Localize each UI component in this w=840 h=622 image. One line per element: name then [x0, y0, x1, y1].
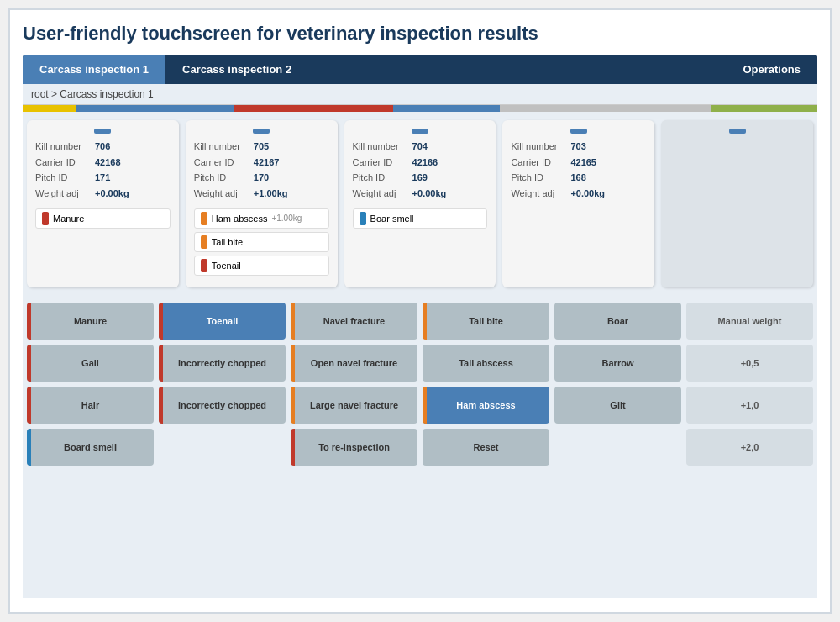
color-bar-red: [234, 105, 393, 112]
btn-tail-bite[interactable]: Tail bite: [423, 303, 549, 340]
breadcrumb: root > Carcass inspection 1: [23, 84, 817, 105]
bar-red-manure: [27, 303, 31, 340]
carcass-card-2[interactable]: Kill number705 Carrier ID42167 Pitch ID1…: [186, 120, 338, 287]
badge-manure: Manure: [35, 208, 171, 229]
bar-red-hair: [27, 387, 31, 424]
cards-area: Kill number706 Carrier ID42168 Pitch ID1…: [23, 112, 817, 296]
button-grid: Manure Toenail Navel fracture Tail bite …: [27, 303, 813, 466]
carcass-card-3[interactable]: Kill number704 Carrier ID42166 Pitch ID1…: [344, 120, 496, 287]
card-info-3: Kill number704 Carrier ID42166 Pitch ID1…: [353, 139, 488, 202]
buttons-area: Manure Toenail Navel fracture Tail bite …: [23, 296, 817, 598]
btn-incorrectly-chopped-2[interactable]: Incorrectly chopped: [159, 387, 286, 424]
btn-incorrectly-chopped-1[interactable]: Incorrectly chopped: [159, 345, 286, 382]
btn-tail-abscess[interactable]: Tail abscess: [423, 345, 549, 382]
card-top-bar: [94, 129, 111, 134]
bar-red-gall: [27, 345, 31, 382]
btn-ham-abscess[interactable]: Ham abscess: [423, 387, 549, 424]
btn-large-navel-fracture[interactable]: Large navel fracture: [291, 387, 417, 424]
btn-board-smell[interactable]: Board smell: [27, 429, 154, 466]
badge-dot-orange: [201, 212, 207, 225]
badge-dot-red2: [201, 259, 207, 272]
btn-empty-2: [554, 429, 681, 466]
btn-hair[interactable]: Hair: [27, 387, 154, 424]
bar-red-reinspect: [291, 429, 295, 466]
bar-orange-large-navel: [291, 387, 295, 424]
tab-carcass1[interactable]: Carcass inspection 1: [23, 55, 165, 84]
color-bar: [23, 105, 817, 112]
btn-gilt[interactable]: Gilt: [554, 387, 681, 424]
bar-blue-board-smell: [27, 429, 31, 466]
badge-tail-bite: Tail bite: [194, 232, 329, 252]
badge-ham-abscess: Ham abscess +1.00kg: [194, 208, 329, 229]
badge-dot-blue: [360, 212, 366, 225]
color-bar-blue2: [393, 105, 499, 112]
carcass-card-5: [661, 120, 813, 287]
badge-toenail: Toenail: [194, 256, 329, 276]
tab-operations[interactable]: Operations: [726, 55, 817, 84]
badge-dot-red: [42, 212, 49, 225]
bar-orange-open-navel: [291, 345, 295, 382]
btn-navel-fracture[interactable]: Navel fracture: [291, 303, 417, 340]
card-top-bar-2: [253, 129, 270, 134]
carcass-card-1[interactable]: Kill number706 Carrier ID42168 Pitch ID1…: [27, 120, 179, 287]
color-bar-gray: [500, 105, 711, 112]
btn-manual-weight[interactable]: Manual weight: [686, 303, 813, 340]
btn-plus05[interactable]: +0,5: [686, 345, 813, 382]
btn-gall[interactable]: Gall: [27, 345, 154, 382]
btn-barrow[interactable]: Barrow: [554, 345, 681, 382]
tab-carcass2[interactable]: Carcass inspection 2: [165, 55, 308, 84]
card-info-2: Kill number705 Carrier ID42167 Pitch ID1…: [194, 139, 329, 202]
bar-orange-ham: [423, 387, 427, 424]
badge-boar-smell: Boar smell: [353, 208, 488, 229]
bar-red-toenail: [159, 303, 163, 340]
bar-red-chopped2: [159, 387, 163, 424]
btn-to-reinspection[interactable]: To re-inspection: [291, 429, 417, 466]
card-info-1: Kill number706 Carrier ID42168 Pitch ID1…: [35, 139, 171, 202]
btn-plus10[interactable]: +1,0: [686, 387, 813, 424]
color-bar-green: [711, 105, 817, 112]
btn-reset[interactable]: Reset: [423, 429, 549, 466]
btn-boar[interactable]: Boar: [554, 303, 681, 340]
btn-plus20[interactable]: +2,0: [686, 429, 813, 466]
card-top-bar-5: [729, 129, 746, 134]
btn-open-navel-fracture[interactable]: Open navel fracture: [291, 345, 417, 382]
carcass-card-4[interactable]: Kill number703 Carrier ID42165 Pitch ID1…: [502, 120, 654, 287]
badge-dot-orange2: [201, 235, 207, 249]
card-top-bar-4: [570, 129, 587, 134]
bar-red-chopped1: [159, 345, 163, 382]
card-top-bar-3: [412, 129, 428, 134]
btn-manure[interactable]: Manure: [27, 303, 154, 340]
tabs-bar: Carcass inspection 1 Carcass inspection …: [23, 55, 817, 84]
bar-orange-navel: [291, 303, 295, 340]
color-bar-yellow: [23, 105, 76, 112]
btn-empty-1: [159, 429, 286, 466]
page-title: User-friendly touchscreen for veterinary…: [23, 23, 817, 45]
color-bar-blue1: [76, 105, 234, 112]
bar-orange-tail-bite: [423, 303, 427, 340]
card-info-4: Kill number703 Carrier ID42165 Pitch ID1…: [511, 139, 646, 202]
btn-toenail[interactable]: Toenail: [159, 303, 286, 340]
